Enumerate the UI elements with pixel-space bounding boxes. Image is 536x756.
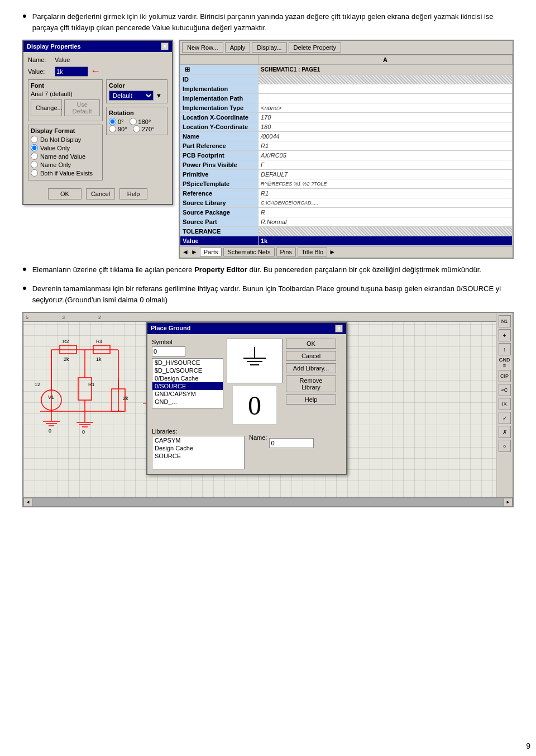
tb-cc[interactable]: «C xyxy=(499,384,511,396)
pg-body: Symbol $D_HI/SOURCE $D_LO/SOURCE 0/Desig… xyxy=(147,334,346,474)
table-row: Reference R1 xyxy=(180,189,513,198)
table-row: PSpiceTemplate R^@REFDES %1 %2 ?TOLE xyxy=(180,179,513,189)
row-value-impl-path xyxy=(259,94,513,103)
svg-text:0: 0 xyxy=(49,428,51,434)
font-group-title: Font xyxy=(31,82,100,89)
svg-text:1k: 1k xyxy=(96,356,102,362)
name-value: Value xyxy=(55,56,70,63)
bullet-2: • Elemanların üzerine çift tıklama ile a… xyxy=(22,264,514,277)
new-row-button[interactable]: New Row... xyxy=(182,42,223,53)
dialog-titlebar: Display Properties ✕ xyxy=(23,41,172,52)
table-row: Source Library C:\CADENCE\ORCAD_... xyxy=(180,198,513,208)
list-item-dlo[interactable]: $D_LO/SOURCE xyxy=(152,367,223,374)
use-default-button[interactable]: Use Default xyxy=(64,99,100,116)
row-label-source-pkg: Source Package xyxy=(180,208,259,217)
pg-close-button[interactable]: ✕ xyxy=(335,325,343,332)
pg-libraries-left: Libraries: CAPSYM Design Cache SOURCE xyxy=(152,428,245,469)
pg-ok-button[interactable]: OK xyxy=(286,339,336,349)
tb-cip[interactable]: CIP xyxy=(499,370,511,382)
list-item-0source[interactable]: 0/SOURCE xyxy=(152,382,223,390)
place-ground-dialog: Place Ground ✕ Symbol $D_HI/SOURCE $D_L xyxy=(146,322,347,475)
rotation-270: 270° xyxy=(133,125,155,132)
radio-value-only: Value Only xyxy=(31,144,100,151)
tb-x[interactable]: ✗ xyxy=(499,426,511,438)
scroll-right-arrow[interactable]: ► xyxy=(504,498,513,507)
list-item-gnd-capsym[interactable]: GND/CAPSYM xyxy=(152,390,223,398)
svg-text:V1: V1 xyxy=(48,394,54,400)
apply-button[interactable]: Apply xyxy=(225,42,251,53)
row-value-primitive: DEFAULT xyxy=(259,170,513,179)
table-row: Source Package R xyxy=(180,208,513,217)
ok-button[interactable]: OK xyxy=(48,188,82,199)
table-row: ID xyxy=(180,75,513,84)
row-label-impl-type: Implementation Type xyxy=(180,103,259,113)
row-label-value-highlighted: Value xyxy=(180,236,259,246)
help-button[interactable]: Help xyxy=(119,188,147,199)
bottom-btn-row: OK Cancel Help xyxy=(28,188,168,199)
rotation-row-1: 0° 180° xyxy=(109,118,165,125)
rotation-0: 0° xyxy=(109,118,124,125)
value-input[interactable] xyxy=(55,66,88,77)
table-row: TOLERANCE xyxy=(180,227,513,236)
cancel-button[interactable]: Cancel xyxy=(86,188,115,199)
tb-up[interactable]: ↑ xyxy=(499,343,511,355)
list-item-design-cache[interactable]: 0/Design Cache xyxy=(152,374,223,382)
tab-pins[interactable]: Pins xyxy=(276,248,296,256)
table-row: Implementation Path xyxy=(180,94,513,103)
display-format-label: Display Format xyxy=(31,127,100,134)
lib-source[interactable]: SOURCE xyxy=(152,452,244,460)
pg-help-button[interactable]: Help xyxy=(286,394,336,405)
pg-cancel-button[interactable]: Cancel xyxy=(286,351,336,361)
pg-symbol-list: $D_HI/SOURCE $D_LO/SOURCE 0/Design Cache… xyxy=(152,358,223,408)
font-group: Font Arial 7 (default) Change... Use Def… xyxy=(28,79,103,121)
pg-name-input[interactable] xyxy=(269,438,314,448)
tb-plus[interactable]: + xyxy=(499,329,511,341)
list-item-dhi[interactable]: $D_HI/SOURCE xyxy=(152,359,223,367)
svg-text:2k: 2k xyxy=(123,396,128,401)
table-row: Primitive DEFAULT xyxy=(180,170,513,179)
tb-check[interactable]: ✓ xyxy=(499,412,511,424)
tb-gnd[interactable]: GND ≡ xyxy=(499,357,510,368)
dialog-close-button[interactable]: ✕ xyxy=(161,42,169,50)
rotation-group: Rotation 0° 180° xyxy=(106,107,168,135)
expanded-node-value: SCHEMATIC1 : PAGE1 xyxy=(259,65,513,75)
schematic-canvas: 5 3 2 R2 2k R4 xyxy=(23,313,496,497)
pg-remove-library-button[interactable]: Remove Library xyxy=(286,375,336,392)
row-value-loc-x: 170 xyxy=(259,113,513,122)
tab-parts[interactable]: Parts xyxy=(200,248,222,256)
pg-libraries-section: Libraries: CAPSYM Design Cache SOURCE Na… xyxy=(152,428,342,469)
tab-end-arrow[interactable]: ► xyxy=(329,248,336,256)
tab-title-block[interactable]: Title Blo xyxy=(298,248,327,256)
tb-ix[interactable]: IX xyxy=(499,398,511,410)
ruler-top: 5 3 2 xyxy=(23,313,496,322)
rotation-label: Rotation xyxy=(109,110,165,116)
bullet-text-2: Elemanların üzerine çift tıklama ile açı… xyxy=(32,264,481,275)
tab-schematic-nets[interactable]: Schematic Nets xyxy=(223,248,274,256)
pg-add-library-button[interactable]: Add Library... xyxy=(286,363,336,373)
pg-libraries-label: Libraries: xyxy=(152,428,245,435)
table-row: Part Reference R1 xyxy=(180,141,513,151)
change-font-button[interactable]: Change... xyxy=(31,99,62,116)
table-row: Implementation xyxy=(180,84,513,94)
table-row: Location X-Coordinate 170 xyxy=(180,113,513,122)
lib-capsym[interactable]: CAPSYM xyxy=(152,436,244,444)
value-label: Value: xyxy=(28,68,55,75)
delete-property-button[interactable]: Delete Property xyxy=(289,42,341,53)
chevron-icon: ▼ xyxy=(156,92,162,99)
row-label-implementation: Implementation xyxy=(180,84,259,94)
tab-prev-arrow[interactable]: ◄ xyxy=(182,248,189,256)
scrollbar-track[interactable] xyxy=(32,498,504,506)
lib-design-cache[interactable]: Design Cache xyxy=(152,444,244,452)
tb-n1[interactable]: N1 xyxy=(499,315,511,327)
pg-symbol-input[interactable] xyxy=(152,346,185,356)
row-label-id: ID xyxy=(180,75,259,84)
list-item-gnd-other[interactable]: GND_... xyxy=(152,398,223,406)
color-select[interactable]: Default xyxy=(109,91,154,101)
bullet-3: • Devrenin tamamlanması için bir referan… xyxy=(22,283,514,305)
row-value-power-pins: Γ xyxy=(259,160,513,170)
tb-circle[interactable]: ○ xyxy=(499,440,511,452)
display-button[interactable]: Display... xyxy=(252,42,286,53)
row-label-reference: Reference xyxy=(180,189,259,198)
tab-next-arrow[interactable]: ► xyxy=(191,248,198,256)
scroll-left-arrow[interactable]: ◄ xyxy=(23,498,32,507)
